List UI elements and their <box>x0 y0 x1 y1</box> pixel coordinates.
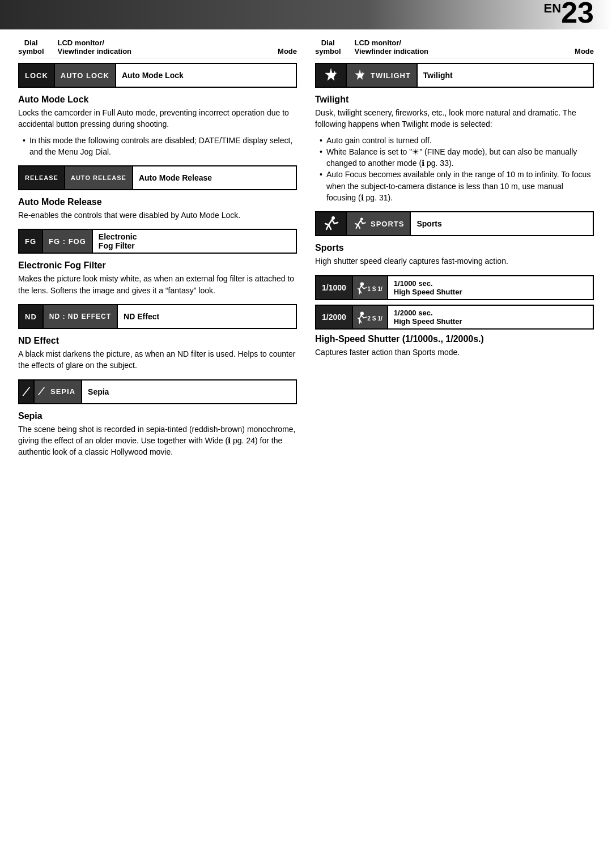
auto-mode-lock-label: Auto Mode Lock <box>116 64 189 87</box>
shutter-1000-icon-cell: 1 S 1/1000 <box>353 276 388 299</box>
nd-effect-row: ND ND : ND EFFECT ND Effect <box>18 304 297 329</box>
right-column-header: Dial symbol LCD monitor/ Viewfinder indi… <box>315 39 594 58</box>
shutter-2000-row: 1/2000 2 S 1/2000 1/2000 sec. High Speed… <box>315 305 594 330</box>
high-speed-shutter-body: Captures faster action than Sports mode. <box>315 347 594 358</box>
page-number: EN23 <box>544 0 594 27</box>
column-headers: Dial symbol LCD monitor/ Viewfinder indi… <box>18 39 594 58</box>
auto-mode-lock-bullet: In this mode the following controls are … <box>25 135 297 158</box>
shutter-2000-value: 1/2000 <box>316 306 353 328</box>
auto-lock-cell: AUTO LOCK <box>55 64 116 87</box>
sepia-title: Sepia <box>18 411 297 421</box>
nd-nd-effect-cell: ND : ND EFFECT <box>44 305 118 328</box>
twilight-lcd-icon <box>352 68 367 83</box>
twilight-title: Twilight <box>315 95 594 105</box>
left-mode-header: Mode <box>278 47 297 55</box>
fog-filter-label: Electronic Fog Filter <box>93 230 143 253</box>
fog-filter-section: FG FG : FOG Electronic Fog Filter Electr… <box>18 229 297 296</box>
svg-point-6 <box>360 282 364 285</box>
auto-mode-lock-title: Auto Mode Lock <box>18 95 297 105</box>
right-lcd-header: LCD monitor/ Viewfinder indication <box>355 39 429 55</box>
left-dial-header: Dial symbol <box>18 39 44 55</box>
auto-mode-lock-body: Locks the camcorder in Full Auto mode, p… <box>18 107 297 130</box>
auto-release-cell: AUTO RELEASE <box>65 166 133 189</box>
release-cell: RELEASE <box>19 166 65 189</box>
shutter-2000-icon: 2 S 1/2000 <box>358 308 382 326</box>
sports-section: SPORTS Sports Sports High shutter speed … <box>315 211 594 267</box>
high-speed-shutter-section: 1/1000 1 S 1/1000 1/1000 sec. High Speed… <box>315 275 594 358</box>
sepia-icon-cell: ∕ <box>19 380 35 403</box>
twilight-body: Dusk, twilight scenery, fireworks, etc.,… <box>315 107 594 130</box>
nd-effect-body: A black mist darkens the picture, as whe… <box>18 348 297 371</box>
en-label: EN <box>544 1 562 15</box>
auto-mode-release-section: RELEASE AUTO RELEASE Auto Mode Release A… <box>18 165 297 221</box>
fog-filter-row: FG FG : FOG Electronic Fog Filter <box>18 229 297 254</box>
lock-cell: LOCK <box>19 64 55 87</box>
sepia-mode-label: Sepia <box>82 380 114 403</box>
shutter-2000-label: 1/2000 sec. High Speed Shutter <box>388 306 593 328</box>
sepia-label-cell: ∕ SEPIA <box>35 380 82 403</box>
sports-body: High shutter speed clearly captures fast… <box>315 255 594 267</box>
fog-filter-title: Electronic Fog Filter <box>18 260 297 271</box>
sports-dial-icon <box>322 215 340 233</box>
high-speed-shutter-title: High-Speed Shutter (1/1000s., 1/2000s.) <box>315 334 594 344</box>
sepia-section: ∕ ∕ SEPIA Sepia Sepia The scene being sh… <box>18 379 297 458</box>
sports-icon-cell <box>316 212 347 235</box>
twilight-bullets: Auto gain control is turned off. White B… <box>315 135 594 204</box>
nd-cell: ND <box>19 305 44 328</box>
right-mode-header: Mode <box>575 47 594 55</box>
svg-line-5 <box>355 224 358 225</box>
twilight-bullet-3: Auto Focus becomes available only in the… <box>322 169 594 203</box>
twilight-mode-label: Twilight <box>418 64 458 87</box>
twilight-row: TWILIGHT Twilight <box>315 63 594 88</box>
twilight-icon-cell <box>316 64 347 87</box>
svg-line-3 <box>325 224 329 225</box>
svg-text:1 S 1/1000: 1 S 1/1000 <box>367 286 382 292</box>
sports-row: SPORTS Sports <box>315 211 594 236</box>
svg-text:2 S 1/2000: 2 S 1/2000 <box>367 315 382 322</box>
left-column-header: Dial symbol LCD monitor/ Viewfinder indi… <box>18 39 297 58</box>
auto-mode-lock-row: LOCK AUTO LOCK Auto Mode Lock <box>18 63 297 88</box>
right-column: TWILIGHT Twilight Twilight Dusk, twiligh… <box>315 63 594 466</box>
left-lcd-header: LCD monitor/ Viewfinder indication <box>58 39 132 55</box>
sports-label-cell: SPORTS <box>347 212 411 235</box>
auto-mode-release-row: RELEASE AUTO RELEASE Auto Mode Release <box>18 165 297 190</box>
shutter-1000-value: 1/1000 <box>316 276 353 299</box>
auto-mode-release-label: Auto Mode Release <box>133 166 218 189</box>
sepia-body: The scene being shot is recorded in sepi… <box>18 424 297 458</box>
shutter-1000-row: 1/1000 1 S 1/1000 1/1000 sec. High Speed… <box>315 275 594 300</box>
sepia-row: ∕ ∕ SEPIA Sepia <box>18 379 297 404</box>
nd-effect-label: ND Effect <box>118 305 165 328</box>
shutter-1000-label: 1/1000 sec. High Speed Shutter <box>388 276 593 299</box>
svg-line-7 <box>358 288 359 289</box>
right-dial-header: Dial symbol <box>315 39 341 55</box>
twilight-bullet-2: White Balance is set to "☀︎" (FINE day m… <box>322 146 594 169</box>
sports-lcd-icon <box>352 216 367 231</box>
fg-fog-cell: FG : FOG <box>43 230 93 253</box>
fog-filter-body: Makes the picture look misty white, as w… <box>18 273 297 296</box>
twilight-bullet-1: Auto gain control is turned off. <box>322 135 594 146</box>
twilight-section: TWILIGHT Twilight Twilight Dusk, twiligh… <box>315 63 594 203</box>
twilight-label-cell: TWILIGHT <box>347 64 418 87</box>
auto-mode-lock-bullets: In this mode the following controls are … <box>18 135 297 158</box>
shutter-1000-icon: 1 S 1/1000 <box>358 279 382 297</box>
auto-mode-lock-section: LOCK AUTO LOCK Auto Mode Lock Auto Mode … <box>18 63 297 157</box>
sports-title: Sports <box>315 243 594 253</box>
sports-mode-label: Sports <box>411 212 447 235</box>
left-column: LOCK AUTO LOCK Auto Mode Lock Auto Mode … <box>18 63 297 466</box>
nd-effect-section: ND ND : ND EFFECT ND Effect ND Effect A … <box>18 304 297 371</box>
svg-point-9 <box>360 311 364 315</box>
top-bar: EN23 <box>0 0 612 29</box>
main-content: Dial symbol LCD monitor/ Viewfinder indi… <box>0 29 612 484</box>
svg-line-10 <box>358 318 359 319</box>
fg-cell: FG <box>19 230 43 253</box>
auto-mode-release-body: Re-enables the controls that were disabl… <box>18 209 297 221</box>
twilight-dial-icon <box>322 66 340 84</box>
two-columns: LOCK AUTO LOCK Auto Mode Lock Auto Mode … <box>18 63 594 466</box>
shutter-2000-icon-cell: 2 S 1/2000 <box>353 306 388 328</box>
nd-effect-title: ND Effect <box>18 336 297 346</box>
auto-mode-release-title: Auto Mode Release <box>18 197 297 207</box>
